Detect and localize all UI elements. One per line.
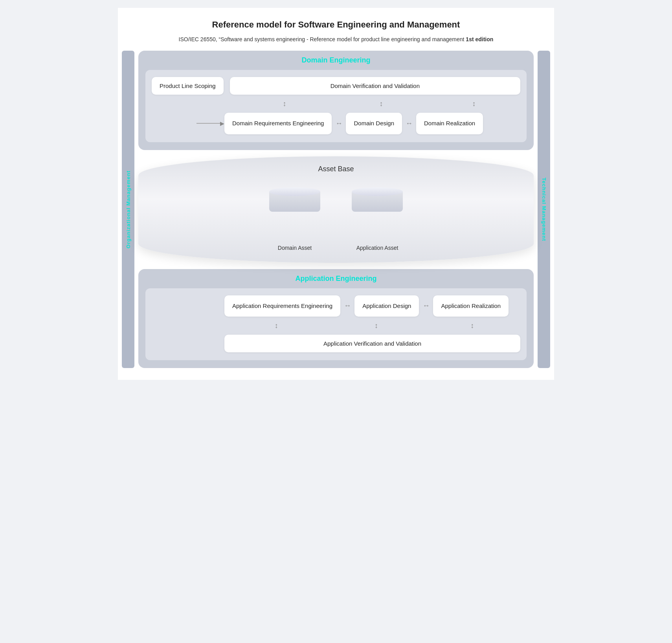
- subtitle: ISO/IEC 26550, “Software and systems eng…: [122, 35, 550, 44]
- asset-base-section: Asset Base Domain Asset: [138, 156, 534, 263]
- asset-base-label: Asset Base: [318, 165, 354, 173]
- side-label-technical: Technical Management: [538, 51, 550, 368]
- domain-req-eng-box: Domain Requirements Engineering: [224, 113, 332, 134]
- cylinder-top-app: [352, 187, 403, 196]
- scoping-right-arrow: ▶: [196, 120, 224, 126]
- page-wrapper: Reference model for Software Engineering…: [118, 8, 554, 380]
- side-label-organizational: Organizational Management: [122, 51, 134, 368]
- app-vv-row: Application Verification and Validation: [152, 335, 520, 352]
- arrow-ad-ar: ↔: [419, 302, 433, 310]
- app-asset-label: Application Asset: [356, 245, 398, 251]
- app-asset-wrap: Application Asset: [352, 184, 403, 251]
- product-line-scoping-box: Product Line Scoping: [152, 77, 224, 95]
- arrow-vv-dr: ↕: [450, 100, 498, 107]
- domain-inner: Product Line Scoping Domain Verification…: [145, 70, 527, 142]
- domain-section-title: Domain Engineering: [145, 56, 527, 64]
- outer-layout: Organizational Management Domain Enginee…: [122, 51, 550, 368]
- app-section-title: Application Engineering: [145, 275, 527, 283]
- app-design-box: Application Design: [354, 295, 419, 317]
- cylinder-top-domain: [269, 187, 320, 196]
- domain-process-row: ▶ Domain Requirements Engineering ↔ Doma…: [152, 113, 520, 134]
- arrow-ar-vv: ↕: [449, 322, 496, 329]
- arrow-vv-dd: ↕: [358, 100, 405, 107]
- domain-section: Domain Engineering Product Line Scoping …: [138, 51, 534, 150]
- subtitle-text: ISO/IEC 26550, “Software and systems eng…: [179, 36, 465, 42]
- side-label-organizational-text: Organizational Management: [125, 170, 131, 248]
- side-label-technical-text: Technical Management: [541, 178, 547, 241]
- scoping-arrow-line: [196, 123, 220, 124]
- scoping-connector: ▶: [152, 120, 224, 126]
- app-inner: Application Requirements Engineering ↔ A…: [145, 288, 527, 361]
- center-content: Domain Engineering Product Line Scoping …: [134, 51, 538, 368]
- domain-realization-box: Domain Realization: [416, 113, 483, 134]
- app-process-row: Application Requirements Engineering ↔ A…: [152, 295, 520, 317]
- arrow-vv-dre: ↕: [257, 100, 312, 107]
- asset-cylinders: Domain Asset Application Asset: [138, 184, 534, 251]
- domain-vv-arrows-group: ↕ ↕ ↕: [234, 100, 520, 107]
- arrow-are-ad: ↔: [340, 302, 354, 310]
- domain-design-box: Domain Design: [346, 113, 402, 134]
- app-vv-arrows-row: ↕ ↕ ↕: [152, 322, 520, 329]
- app-asset-cylinder: [352, 184, 403, 212]
- arrow-dd-dr: ↔: [402, 119, 416, 128]
- app-vv-arrows-group: ↕ ↕ ↕: [224, 322, 520, 329]
- domain-asset-label: Domain Asset: [278, 245, 312, 251]
- app-req-eng-box: Application Requirements Engineering: [224, 295, 340, 317]
- main-title: Reference model for Software Engineering…: [122, 16, 550, 32]
- subtitle-edition: 1st edition: [466, 36, 493, 42]
- arrow-are-vv: ↕: [249, 322, 304, 329]
- domain-vv-box: Domain Verification and Validation: [230, 77, 520, 95]
- domain-asset-wrap: Domain Asset: [269, 184, 320, 251]
- arrow-dre-dd: ↔: [332, 119, 346, 128]
- scoping-arrow-head: ▶: [220, 120, 224, 126]
- arrow-ad-vv: ↕: [353, 322, 400, 329]
- app-realization-box: Application Realization: [433, 295, 509, 317]
- domain-asset-cylinder: [269, 184, 320, 212]
- app-vv-box: Application Verification and Validation: [224, 335, 520, 352]
- domain-top-row: Product Line Scoping Domain Verification…: [152, 77, 520, 95]
- domain-vv-arrows-row: ↕ ↕ ↕: [152, 100, 520, 107]
- app-section: Application Engineering Application Requ…: [138, 269, 534, 368]
